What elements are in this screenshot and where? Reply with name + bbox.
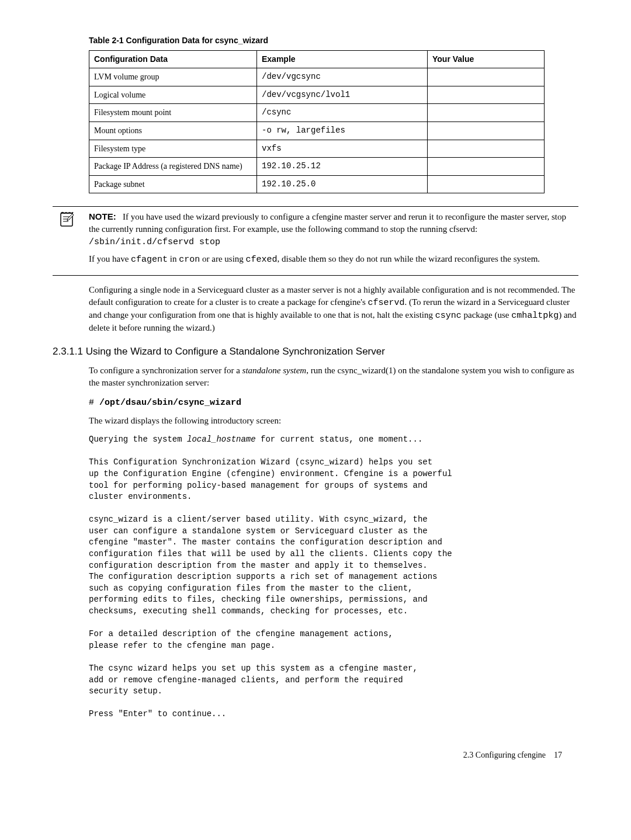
- note-code: cfexed: [246, 255, 278, 265]
- code: cfservd: [367, 298, 404, 308]
- cell: Package subnet: [89, 175, 257, 193]
- col-example: Example: [257, 50, 428, 68]
- screen-output: Querying the system local_hostname for c…: [89, 434, 578, 720]
- table-row: LVM volume group /dev/vgcsync: [89, 68, 545, 86]
- cell: LVM volume group: [89, 68, 257, 86]
- cell: /csync: [257, 104, 428, 122]
- cell: vxfs: [257, 140, 428, 158]
- note-code: /sbin/init.d/cfservd stop: [89, 237, 220, 247]
- cell: Package IP Address (a registered DNS nam…: [89, 158, 257, 176]
- body-paragraph: The wizard displays the following introd…: [89, 415, 578, 427]
- text: for current status, one moment...: [256, 435, 423, 444]
- cell: [428, 86, 545, 104]
- body-paragraph: To configure a synchronization server fo…: [89, 365, 578, 389]
- table-caption: Table 2-1 Configuration Data for csync_w…: [89, 35, 578, 47]
- footer-section: 2.3 Configuring cfengine: [463, 751, 546, 759]
- page-number: 17: [554, 751, 562, 759]
- text: This Configuration Synchronization Wizar…: [89, 457, 452, 718]
- table-row: Mount options -o rw, largefiles: [89, 122, 545, 140]
- text: package (use: [462, 310, 511, 320]
- text: To configure a synchronization server fo…: [89, 366, 242, 375]
- cell: 192.10.25.0: [257, 175, 428, 193]
- note-label: NOTE:: [89, 211, 116, 221]
- cell: -o rw, largefiles: [257, 122, 428, 140]
- command-line: # /opt/dsau/sbin/csync_wizard: [89, 396, 578, 409]
- col-config-data: Configuration Data: [89, 50, 257, 68]
- table-row: Package subnet 192.10.25.0: [89, 175, 545, 193]
- cell: Logical volume: [89, 86, 257, 104]
- italic-text: standalone system: [242, 366, 307, 375]
- cell: /dev/vcgsync/lvol1: [257, 86, 428, 104]
- table-row: Filesystem mount point /csync: [89, 104, 545, 122]
- cell: [428, 104, 545, 122]
- note-paragraph-1: NOTE: If you have used the wizard previo…: [89, 210, 578, 248]
- cell: /dev/vgcsync: [257, 68, 428, 86]
- note-text: If you have used the wizard previously t…: [89, 212, 566, 234]
- table-row: Filesystem type vxfs: [89, 140, 545, 158]
- note-code: cfagent: [131, 255, 168, 265]
- body-paragraph: Configuring a single node in a Servicegu…: [89, 284, 578, 334]
- note-text: or are using: [200, 254, 245, 263]
- note-text: If you have: [89, 254, 131, 263]
- note-code: cron: [179, 255, 200, 265]
- page-footer: 2.3 Configuring cfengine 17: [53, 749, 562, 761]
- command: /opt/dsau/sbin/csync_wizard: [99, 398, 241, 408]
- section-heading: 2.3.1.1 Using the Wizard to Configure a …: [53, 345, 578, 359]
- note-block: NOTE: If you have used the wizard previo…: [53, 206, 578, 276]
- cell: [428, 68, 545, 86]
- cell: Filesystem mount point: [89, 104, 257, 122]
- cell: [428, 140, 545, 158]
- note-text: in: [168, 254, 179, 263]
- cell: [428, 175, 545, 193]
- table-row: Package IP Address (a registered DNS nam…: [89, 158, 545, 176]
- prompt: #: [89, 398, 99, 408]
- note-body: NOTE: If you have used the wizard previo…: [81, 210, 578, 270]
- italic-text: local_hostname: [187, 435, 256, 444]
- col-your-value: Your Value: [428, 50, 545, 68]
- note-text: , disable them so they do not run while …: [278, 254, 540, 263]
- text: Querying the system: [89, 435, 187, 444]
- note-paragraph-2: If you have cfagent in cron or are using…: [89, 253, 578, 266]
- table-row: Logical volume /dev/vcgsync/lvol1: [89, 86, 545, 104]
- cell: Filesystem type: [89, 140, 257, 158]
- cell: 192.10.25.12: [257, 158, 428, 176]
- code: cmhaltpkg: [511, 311, 559, 321]
- cell: [428, 122, 545, 140]
- cell: Mount options: [89, 122, 257, 140]
- cell: [428, 158, 545, 176]
- config-table: Configuration Data Example Your Value LV…: [89, 50, 545, 194]
- code: csync: [435, 311, 462, 321]
- note-icon: [53, 210, 81, 234]
